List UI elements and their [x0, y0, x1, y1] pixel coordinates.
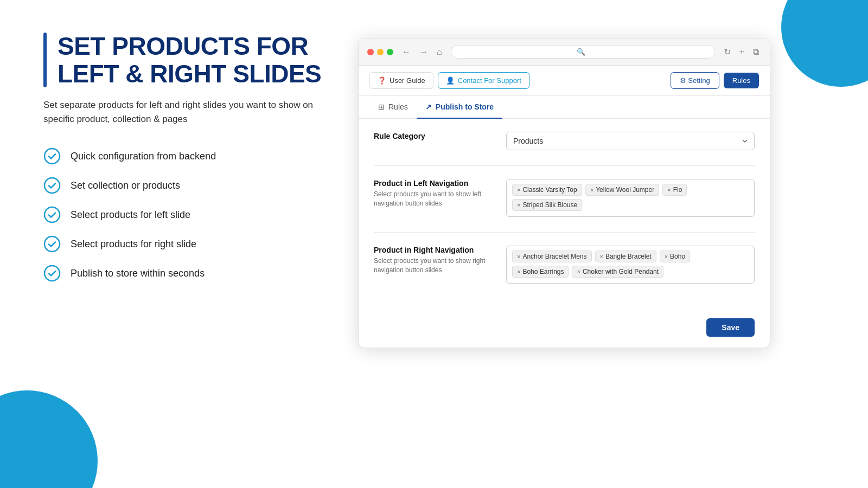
heading-block: SET PRODUCTS FOR LEFT & RIGHT SLIDES	[43, 33, 326, 87]
nav-home[interactable]: ⌂	[435, 46, 444, 58]
form-row-right-nav: Product in Right Navigation Select produ…	[374, 246, 755, 284]
left-tag-3-text: Flo	[673, 186, 682, 194]
right-tag-2: × Bangle Bracelet	[595, 251, 656, 262]
form-control-col-category: Products Collections Pages	[506, 132, 755, 150]
left-tag-1: × Classic Varsity Top	[512, 184, 582, 196]
main-title: SET PRODUCTS FOR LEFT & RIGHT SLIDES	[58, 33, 326, 87]
right-tag-4-text: Boho Earrings	[522, 268, 564, 275]
rules-tab-label: Rules	[388, 102, 408, 111]
left-nav-tags-input[interactable]: × Classic Varsity Top × Yellow Wool Jump…	[506, 179, 755, 217]
right-tag-2-remove[interactable]: ×	[600, 253, 603, 260]
form-row-category: Rule Category Products Collections Pages	[374, 132, 755, 150]
left-tag-2: × Yellow Wool Jumper	[585, 184, 660, 196]
search-icon: 🔍	[577, 48, 585, 56]
left-nav-sublabel: Select products you want to show left na…	[374, 190, 493, 208]
setting-label: ⚙ Setting	[680, 76, 710, 85]
subtitle: Set separate products for left and right…	[43, 98, 326, 126]
dot-green	[387, 49, 393, 55]
dot-red	[367, 49, 374, 55]
app-header: ❓ User Guide 👤 Contact For Support ⚙ Set…	[359, 66, 770, 96]
check-icon-4	[43, 235, 61, 253]
form-label-col-right: Product in Right Navigation Select produ…	[374, 246, 493, 275]
feature-text-3: Select products for left slide	[71, 209, 190, 221]
feature-item-1: Quick configuration from backend	[43, 147, 326, 165]
left-tag-4-remove[interactable]: ×	[517, 202, 520, 208]
form-label-col-left: Product in Left Navigation Select produc…	[374, 179, 493, 208]
svg-point-0	[44, 149, 60, 164]
right-nav-sublabel: Select products you want to show right n…	[374, 256, 493, 275]
check-icon-1	[43, 147, 61, 165]
right-tag-4-remove[interactable]: ×	[517, 268, 520, 275]
left-panel: SET PRODUCTS FOR LEFT & RIGHT SLIDES Set…	[43, 33, 326, 466]
right-tag-1: × Anchor Bracelet Mens	[512, 251, 592, 262]
form-control-col-left: × Classic Varsity Top × Yellow Wool Jump…	[506, 179, 755, 217]
rules-header-button[interactable]: Rules	[724, 73, 759, 88]
question-icon: ❓	[378, 76, 386, 85]
main-content: SET PRODUCTS FOR LEFT & RIGHT SLIDES Set…	[0, 0, 868, 488]
form-label-col-category: Rule Category	[374, 132, 493, 143]
svg-point-1	[44, 178, 60, 193]
new-tab-btn[interactable]: +	[737, 46, 746, 58]
left-nav-label: Product in Left Navigation	[374, 179, 493, 188]
feature-item-4: Select products for right slide	[43, 235, 326, 253]
left-tag-4-text: Striped Silk Blouse	[522, 201, 577, 209]
right-tag-2-text: Bangle Bracelet	[605, 253, 652, 260]
right-tag-5-text: Choker with Gold Pendant	[583, 268, 659, 275]
form-divider-2	[374, 232, 755, 233]
rule-category-select[interactable]: Products Collections Pages	[506, 132, 755, 150]
feature-item-5: Publish to store within seconds	[43, 265, 326, 282]
form-row-left-nav: Product in Left Navigation Select produc…	[374, 179, 755, 217]
left-tag-1-text: Classic Varsity Top	[522, 186, 577, 194]
dot-yellow	[377, 49, 384, 55]
left-tag-2-text: Yellow Wool Jumper	[596, 186, 654, 194]
form-divider-1	[374, 165, 755, 166]
feature-item-2: Set collection or products	[43, 177, 326, 194]
rule-category-label: Rule Category	[374, 132, 493, 140]
browser-address: 🔍	[451, 45, 715, 59]
right-panel: ← → ⌂ 🔍 ↻ + ⧉ ❓ User Guide	[358, 33, 825, 466]
feature-text-4: Select products for right slide	[71, 239, 196, 250]
browser-actions: ↻ + ⧉	[722, 46, 761, 58]
right-tag-1-remove[interactable]: ×	[517, 253, 520, 260]
nav-back[interactable]: ←	[400, 46, 413, 58]
refresh-btn[interactable]: ↻	[722, 46, 733, 58]
left-tag-3-remove[interactable]: ×	[667, 187, 671, 193]
right-tag-1-text: Anchor Bracelet Mens	[522, 253, 586, 260]
app-tabs: ⊞ Rules ↗ Publish to Store	[359, 96, 770, 119]
tab-rules[interactable]: ⊞ Rules	[369, 96, 417, 119]
rules-tab-icon: ⊞	[378, 102, 385, 111]
feature-text-5: Publish to store within seconds	[71, 268, 205, 279]
setting-button[interactable]: ⚙ Setting	[671, 72, 719, 89]
save-button[interactable]: Save	[706, 318, 755, 337]
right-nav-label: Product in Right Navigation	[374, 246, 493, 254]
right-tag-3-text: Boho	[670, 253, 685, 260]
publish-tab-icon: ↗	[425, 102, 432, 111]
heading-bar	[43, 33, 47, 87]
left-tag-2-remove[interactable]: ×	[590, 187, 593, 193]
right-nav-tags-input[interactable]: × Anchor Bracelet Mens × Bangle Bracelet…	[506, 246, 755, 284]
right-tag-5-remove[interactable]: ×	[577, 268, 580, 275]
nav-forward[interactable]: →	[417, 46, 430, 58]
check-icon-2	[43, 177, 61, 194]
contact-support-label: Contact For Support	[458, 76, 521, 85]
feature-item-3: Select products for left slide	[43, 206, 326, 223]
user-guide-button[interactable]: ❓ User Guide	[369, 72, 433, 89]
svg-point-4	[44, 266, 60, 281]
left-tag-1-remove[interactable]: ×	[517, 187, 520, 193]
tab-publish[interactable]: ↗ Publish to Store	[417, 96, 502, 119]
browser-nav: ← → ⌂	[400, 46, 444, 58]
svg-point-2	[44, 207, 60, 222]
form-control-col-right: × Anchor Bracelet Mens × Bangle Bracelet…	[506, 246, 755, 284]
person-icon: 👤	[446, 76, 455, 85]
browser-window: ← → ⌂ 🔍 ↻ + ⧉ ❓ User Guide	[358, 38, 770, 348]
feature-text-2: Set collection or products	[71, 180, 180, 191]
right-tag-4: × Boho Earrings	[512, 266, 569, 278]
rules-label: Rules	[732, 76, 750, 85]
check-icon-3	[43, 206, 61, 223]
features-list: Quick configuration from backend Set col…	[43, 147, 326, 282]
window-btn[interactable]: ⧉	[751, 46, 761, 58]
right-tag-3-remove[interactable]: ×	[665, 253, 668, 260]
contact-support-button[interactable]: 👤 Contact For Support	[438, 72, 529, 89]
check-icon-5	[43, 265, 61, 282]
user-guide-label: User Guide	[390, 76, 425, 85]
